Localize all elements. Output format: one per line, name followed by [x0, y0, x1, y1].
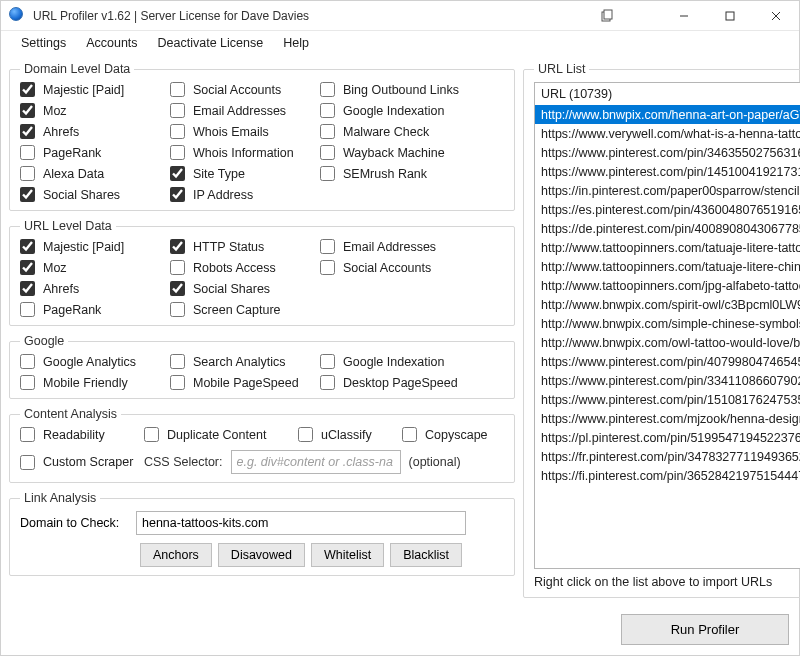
cb-google-search-analytics[interactable]: Search Analytics: [170, 354, 316, 369]
cb-domain-whois-emails[interactable]: Whois Emails: [170, 124, 316, 139]
blacklist-button[interactable]: Blacklist: [390, 543, 462, 567]
domain-check-input[interactable]: [136, 511, 466, 535]
cb-domain-ip-address[interactable]: IP Address: [170, 187, 316, 202]
restore-pages-icon[interactable]: [593, 1, 621, 31]
cb-url-screen-capture[interactable]: Screen Capture: [170, 302, 316, 317]
cb-google-indexation[interactable]: Google Indexation: [320, 354, 504, 369]
cb-google-analytics[interactable]: Google Analytics: [20, 354, 166, 369]
cb-custom-scraper[interactable]: Custom Scraper: [20, 455, 136, 470]
url-row[interactable]: https://in.pinterest.com/paper00sparrow/…: [535, 181, 800, 200]
url-row[interactable]: http://www.tattoopinners.com/tatuaje-lit…: [535, 238, 800, 257]
cb-domain-whois-info[interactable]: Whois Information: [170, 145, 316, 160]
url-row[interactable]: http://www.bnwpix.com/simple-chinese-sym…: [535, 314, 800, 333]
cb-copyscape[interactable]: Copyscape: [402, 427, 504, 442]
main-body: Domain Level Data Majestic [Paid] Social…: [1, 55, 799, 611]
app-icon: [9, 7, 27, 25]
url-list-body[interactable]: http://www.bnwpix.com/henna-art-on-paper…: [535, 105, 800, 568]
url-row[interactable]: http://www.bnwpix.com/owl-tattoo-would-l…: [535, 333, 800, 352]
cb-duplicate-content[interactable]: Duplicate Content: [144, 427, 294, 442]
group-google: Google Google Analytics Search Analytics…: [9, 334, 515, 399]
cb-google-mobile-pagespeed[interactable]: Mobile PageSpeed: [170, 375, 316, 390]
url-row[interactable]: https://es.pinterest.com/pin/43600480765…: [535, 200, 800, 219]
cb-domain-pagerank[interactable]: PageRank: [20, 145, 166, 160]
group-domain-level: Domain Level Data Majestic [Paid] Social…: [9, 62, 515, 211]
svg-rect-3: [726, 12, 734, 20]
url-row[interactable]: https://www.pinterest.com/pin/3463550275…: [535, 143, 800, 162]
url-list-header: URL (10739): [535, 83, 800, 105]
cb-domain-alexa[interactable]: Alexa Data: [20, 166, 166, 181]
cb-google-desktop-pagespeed[interactable]: Desktop PageSpeed: [320, 375, 504, 390]
domain-check-label: Domain to Check:: [20, 516, 128, 530]
whitelist-button[interactable]: Whitelist: [311, 543, 384, 567]
right-panel: URL List URL (10739) http://www.bnwpix.c…: [523, 59, 800, 603]
cb-uclassify[interactable]: uClassify: [298, 427, 398, 442]
minimize-button[interactable]: [661, 1, 707, 31]
cb-url-http-status[interactable]: HTTP Status: [170, 239, 316, 254]
url-row[interactable]: https://www.pinterest.com/pin/4079980474…: [535, 352, 800, 371]
legend-url-list: URL List: [534, 62, 589, 76]
cb-url-pagerank[interactable]: PageRank: [20, 302, 166, 317]
legend-domain-level: Domain Level Data: [20, 62, 134, 76]
left-panel: Domain Level Data Majestic [Paid] Social…: [9, 59, 515, 603]
group-link-analysis: Link Analysis Domain to Check: Anchors D…: [9, 491, 515, 576]
url-row[interactable]: http://www.tattoopinners.com/tatuaje-lit…: [535, 257, 800, 276]
cb-domain-google-indexation[interactable]: Google Indexation: [320, 103, 504, 118]
cb-url-email-addresses[interactable]: Email Addresses: [320, 239, 504, 254]
css-selector-input[interactable]: [231, 450, 401, 474]
group-content-analysis: Content Analysis Readability Duplicate C…: [9, 407, 515, 483]
legend-content-analysis: Content Analysis: [20, 407, 121, 421]
svg-rect-1: [604, 10, 612, 19]
cb-domain-majestic[interactable]: Majestic [Paid]: [20, 82, 166, 97]
titlebar: URL Profiler v1.62 | Server License for …: [1, 1, 799, 31]
cb-readability[interactable]: Readability: [20, 427, 140, 442]
cb-url-ahrefs[interactable]: Ahrefs: [20, 281, 166, 296]
menu-settings[interactable]: Settings: [11, 33, 76, 53]
cb-domain-moz[interactable]: Moz: [20, 103, 166, 118]
cb-url-social-accounts[interactable]: Social Accounts: [320, 260, 504, 275]
cb-domain-site-type[interactable]: Site Type: [170, 166, 316, 181]
cb-domain-malware-check[interactable]: Malware Check: [320, 124, 504, 139]
cb-url-moz[interactable]: Moz: [20, 260, 166, 275]
window-title: URL Profiler v1.62 | Server License for …: [33, 9, 309, 23]
url-listbox[interactable]: URL (10739) http://www.bnwpix.com/henna-…: [534, 82, 800, 569]
cb-url-majestic[interactable]: Majestic [Paid]: [20, 239, 166, 254]
cb-domain-ahrefs[interactable]: Ahrefs: [20, 124, 166, 139]
run-profiler-button[interactable]: Run Profiler: [621, 614, 789, 645]
close-button[interactable]: [753, 1, 799, 31]
css-selector-label: CSS Selector:: [144, 455, 223, 469]
cb-domain-bing-outbound[interactable]: Bing Outbound Links: [320, 82, 504, 97]
footer: Run Profiler: [1, 611, 799, 655]
url-row[interactable]: http://www.bnwpix.com/spirit-owl/c3Bpcml…: [535, 295, 800, 314]
group-url-list: URL List URL (10739) http://www.bnwpix.c…: [523, 62, 800, 598]
cb-url-robots[interactable]: Robots Access: [170, 260, 316, 275]
cb-google-mobile-friendly[interactable]: Mobile Friendly: [20, 375, 166, 390]
url-row[interactable]: https://fr.pinterest.com/pin/34783277119…: [535, 447, 800, 466]
url-row[interactable]: https://www.pinterest.com/pin/3341108660…: [535, 371, 800, 390]
cb-domain-semrush[interactable]: SEMrush Rank: [320, 166, 504, 181]
cb-domain-wayback[interactable]: Wayback Machine: [320, 145, 504, 160]
menu-accounts[interactable]: Accounts: [76, 33, 147, 53]
anchors-button[interactable]: Anchors: [140, 543, 212, 567]
url-row[interactable]: https://de.pinterest.com/pin/40089080430…: [535, 219, 800, 238]
app-window: URL Profiler v1.62 | Server License for …: [0, 0, 800, 656]
maximize-button[interactable]: [707, 1, 753, 31]
cb-url-social-shares[interactable]: Social Shares: [170, 281, 316, 296]
cb-domain-social-shares[interactable]: Social Shares: [20, 187, 166, 202]
disavowed-button[interactable]: Disavowed: [218, 543, 305, 567]
url-row[interactable]: https://fi.pinterest.com/pin/36528421975…: [535, 466, 800, 485]
url-row[interactable]: https://www.pinterest.com/pin/1510817624…: [535, 390, 800, 409]
legend-url-level: URL Level Data: [20, 219, 116, 233]
cb-domain-email-addresses[interactable]: Email Addresses: [170, 103, 316, 118]
url-row[interactable]: https://pl.pinterest.com/pin/51995471945…: [535, 428, 800, 447]
url-row[interactable]: https://www.pinterest.com/pin/1451004192…: [535, 162, 800, 181]
url-row[interactable]: https://www.verywell.com/what-is-a-henna…: [535, 124, 800, 143]
css-optional-label: (optional): [409, 455, 461, 469]
url-list-hint: Right click on the list above to import …: [534, 575, 800, 589]
menu-deactivate-license[interactable]: Deactivate License: [148, 33, 274, 53]
url-row[interactable]: http://www.bnwpix.com/henna-art-on-paper…: [535, 105, 800, 124]
menu-help[interactable]: Help: [273, 33, 319, 53]
group-url-level: URL Level Data Majestic [Paid] HTTP Stat…: [9, 219, 515, 326]
url-row[interactable]: http://www.tattoopinners.com/jpg-alfabet…: [535, 276, 800, 295]
cb-domain-social-accounts[interactable]: Social Accounts: [170, 82, 316, 97]
url-row[interactable]: https://www.pinterest.com/mjzook/henna-d…: [535, 409, 800, 428]
